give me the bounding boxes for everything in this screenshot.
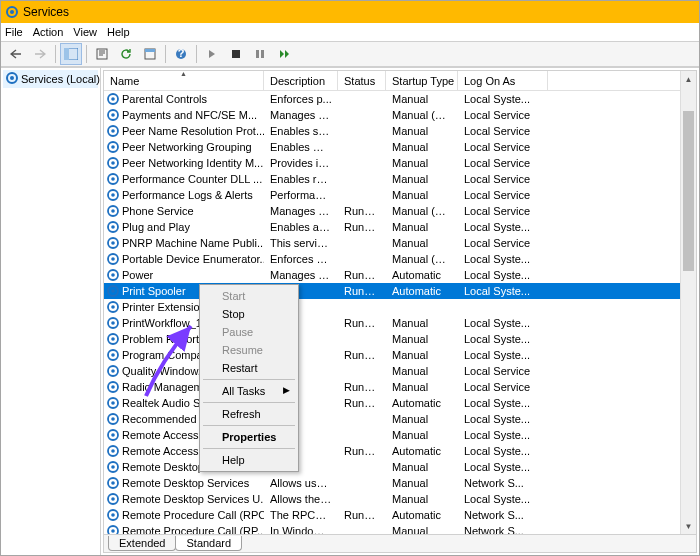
- service-row[interactable]: Parental ControlsEnforces p...ManualLoca…: [104, 91, 696, 107]
- cell-logon: Network S...: [458, 509, 548, 521]
- service-row[interactable]: Payments and NFC/SE M...Manages pa...Man…: [104, 107, 696, 123]
- tab-extended[interactable]: Extended: [108, 536, 176, 551]
- ctx-pause[interactable]: Pause: [202, 323, 296, 341]
- svg-rect-11: [261, 50, 264, 58]
- service-row[interactable]: Recommended T...ManualLocal Syste...: [104, 411, 696, 427]
- service-row[interactable]: Performance Logs & AlertsPerformanc...Ma…: [104, 187, 696, 203]
- col-logon[interactable]: Log On As: [458, 71, 548, 90]
- service-row[interactable]: Remote Access A...ManualLocal Syste...: [104, 427, 696, 443]
- cell-logon: Local Syste...: [458, 317, 548, 329]
- svg-rect-9: [232, 50, 240, 58]
- menu-view[interactable]: View: [73, 26, 97, 38]
- col-name[interactable]: Name▲: [104, 71, 264, 90]
- svg-point-19: [111, 129, 115, 133]
- cell-logon: Local Syste...: [458, 93, 548, 105]
- cell-startup: Manual: [386, 413, 458, 425]
- service-row[interactable]: Plug and PlayEnables a c...RunningManual…: [104, 219, 696, 235]
- service-row[interactable]: PrintWorkflow_1...RunningManualLocal Sys…: [104, 315, 696, 331]
- service-row[interactable]: PowerManages p...RunningAutomaticLocal S…: [104, 267, 696, 283]
- svg-rect-6: [145, 49, 155, 52]
- tab-standard[interactable]: Standard: [175, 536, 242, 551]
- cell-logon: Local Service: [458, 125, 548, 137]
- service-row[interactable]: Portable Device Enumerator...Enforces gr…: [104, 251, 696, 267]
- service-row[interactable]: Printer Extension: [104, 299, 696, 315]
- cell-startup: Manual: [386, 157, 458, 169]
- ctx-alltasks[interactable]: All Tasks▶: [202, 382, 296, 400]
- ctx-separator: [203, 425, 295, 426]
- col-status[interactable]: Status: [338, 71, 386, 90]
- cell-name: Peer Networking Identity M...: [104, 156, 264, 170]
- service-row[interactable]: Remote Desktop ...ManualLocal Syste...: [104, 459, 696, 475]
- cell-name: Remote Procedure Call (RP...: [104, 524, 264, 534]
- service-row[interactable]: Peer Networking GroupingEnables mul...Ma…: [104, 139, 696, 155]
- export-button[interactable]: [91, 43, 113, 65]
- service-row[interactable]: Remote Procedure Call (RPC)The RPCSS s..…: [104, 507, 696, 523]
- ctx-resume[interactable]: Resume: [202, 341, 296, 359]
- service-row[interactable]: Radio Managem...RunningManualLocal Servi…: [104, 379, 696, 395]
- col-description[interactable]: Description: [264, 71, 338, 90]
- cell-desc: Enables rem...: [264, 173, 338, 185]
- service-row[interactable]: Peer Networking Identity M...Provides id…: [104, 155, 696, 171]
- cell-name: Remote Desktop Services: [104, 476, 264, 490]
- refresh-button[interactable]: [115, 43, 137, 65]
- service-row[interactable]: Problem ReportsManualLocal Syste...: [104, 331, 696, 347]
- ctx-properties[interactable]: Properties: [202, 428, 296, 446]
- cell-startup: Manual (Trig...: [386, 109, 458, 121]
- titlebar[interactable]: Services: [1, 1, 699, 23]
- cell-name: Plug and Play: [104, 220, 264, 234]
- cell-name: Peer Name Resolution Prot...: [104, 124, 264, 138]
- nav-back-button[interactable]: [5, 43, 27, 65]
- service-row[interactable]: Peer Name Resolution Prot...Enables serv…: [104, 123, 696, 139]
- svg-point-1: [10, 10, 14, 14]
- cell-logon: Local Service: [458, 237, 548, 249]
- menu-help[interactable]: Help: [107, 26, 130, 38]
- menu-action[interactable]: Action: [33, 26, 64, 38]
- toolbar-separator: [165, 45, 166, 63]
- scroll-up-icon[interactable]: ▲: [681, 71, 696, 87]
- vertical-scrollbar[interactable]: ▲ ▼: [680, 71, 696, 534]
- ctx-stop[interactable]: Stop: [202, 305, 296, 323]
- menu-file[interactable]: File: [5, 26, 23, 38]
- ctx-refresh[interactable]: Refresh: [202, 405, 296, 423]
- scroll-thumb[interactable]: [683, 111, 694, 271]
- svg-text:?: ?: [178, 48, 185, 59]
- cell-status: Running: [338, 205, 386, 217]
- ctx-start[interactable]: Start: [202, 287, 296, 305]
- service-row[interactable]: Program Compa...RunningManualLocal Syste…: [104, 347, 696, 363]
- cell-name: PNRP Machine Name Publi...: [104, 236, 264, 250]
- stop-service-button[interactable]: [225, 43, 247, 65]
- gear-icon: [5, 71, 19, 87]
- svg-point-63: [111, 481, 115, 485]
- service-row[interactable]: Quality Window...ManualLocal Service: [104, 363, 696, 379]
- service-row[interactable]: Realtek Audio Se...RunningAutomaticLocal…: [104, 395, 696, 411]
- help-button[interactable]: ?: [170, 43, 192, 65]
- service-row[interactable]: Phone ServiceManages th...RunningManual …: [104, 203, 696, 219]
- col-startup[interactable]: Startup Type: [386, 71, 458, 90]
- scroll-down-icon[interactable]: ▼: [681, 518, 696, 534]
- nav-forward-button[interactable]: [29, 43, 51, 65]
- svg-point-27: [111, 193, 115, 197]
- cell-startup: Manual: [386, 381, 458, 393]
- service-row[interactable]: PNRP Machine Name Publi...This service .…: [104, 235, 696, 251]
- tree-services-local[interactable]: Services (Local): [3, 70, 98, 88]
- service-row[interactable]: Remote Access C...RunningAutomaticLocal …: [104, 443, 696, 459]
- restart-service-button[interactable]: [273, 43, 295, 65]
- svg-point-33: [111, 241, 115, 245]
- service-row[interactable]: Remote Desktop Services U...Allows the r…: [104, 491, 696, 507]
- pause-service-button[interactable]: [249, 43, 271, 65]
- context-menu: Start Stop Pause Resume Restart All Task…: [199, 284, 299, 472]
- tree-pane[interactable]: Services (Local): [1, 68, 101, 555]
- cell-desc: Performanc...: [264, 189, 338, 201]
- service-row[interactable]: Remote Desktop ServicesAllows user...Man…: [104, 475, 696, 491]
- show-hide-tree-button[interactable]: [60, 43, 82, 65]
- service-row[interactable]: Print SpoolerRunningAutomaticLocal Syste…: [104, 283, 696, 299]
- cell-desc: Allows user...: [264, 477, 338, 489]
- ctx-restart[interactable]: Restart: [202, 359, 296, 377]
- cell-startup: Manual: [386, 525, 458, 534]
- service-row[interactable]: Performance Counter DLL ...Enables rem..…: [104, 171, 696, 187]
- service-row[interactable]: Remote Procedure Call (RP...In Windows..…: [104, 523, 696, 534]
- ctx-help[interactable]: Help: [202, 451, 296, 469]
- start-service-button[interactable]: [201, 43, 223, 65]
- properties-button[interactable]: [139, 43, 161, 65]
- cell-startup: Manual: [386, 333, 458, 345]
